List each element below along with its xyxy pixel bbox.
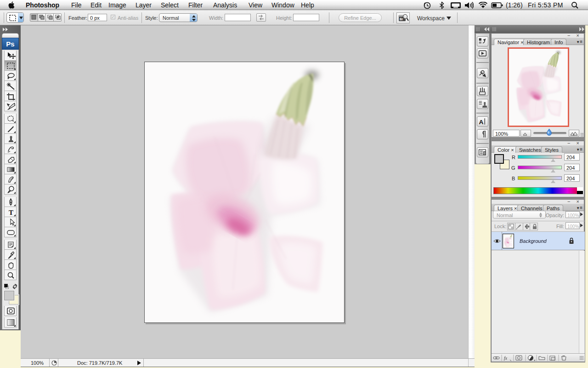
svg-text:Br: Br	[400, 17, 403, 21]
svg-text:A: A	[479, 119, 484, 126]
svg-text:fx: fx	[504, 356, 508, 361]
svg-text:T: T	[9, 209, 13, 216]
